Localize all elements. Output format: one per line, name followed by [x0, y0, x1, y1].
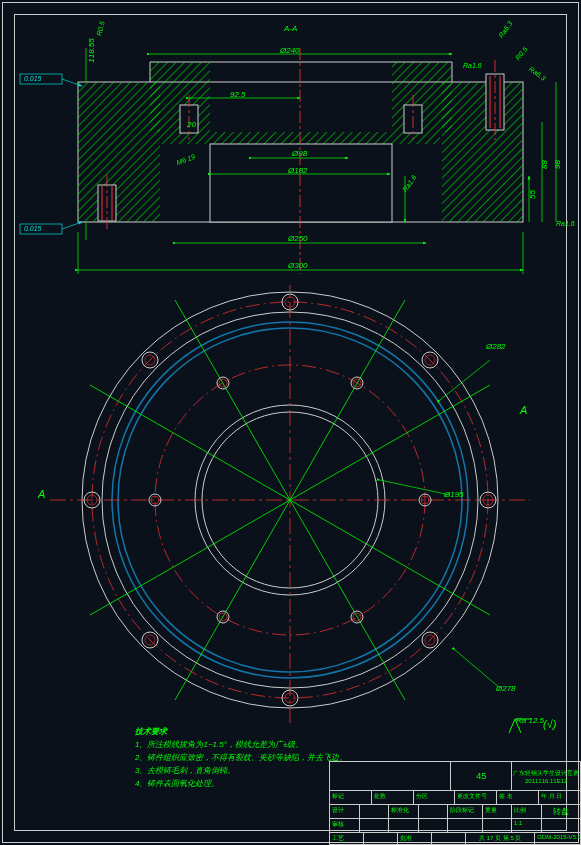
section-A-left: A [38, 488, 45, 500]
surf-default: (√) [543, 718, 556, 730]
tb-material: 45 [451, 762, 512, 790]
notes-title: 技术要求 [135, 725, 347, 738]
note-line: 4、铸件表面氧化处理。 [135, 777, 347, 790]
dim-d195: Ø195 [444, 490, 464, 499]
plan-view [0, 285, 581, 725]
ra16c: Ra1.6 [463, 62, 482, 69]
tb-project: 广东轻钢头学生设计竞赛 [513, 769, 579, 778]
dim-d240: Ø240 [280, 46, 300, 55]
dim-d182: Ø182 [288, 166, 308, 175]
dim-d278: Ø278 [496, 684, 516, 693]
gtol-2: 0.015 [24, 75, 42, 82]
note-line: 3、去模铸毛刺，直角倒钝。 [135, 764, 347, 777]
tb-sheet: 共 17 页 第 5 页 [465, 833, 534, 845]
svg-rect-6 [442, 82, 523, 222]
tb-dwgno: GDM-2015-V5.02 [534, 833, 580, 845]
dim-d98: Ø98 [292, 149, 307, 158]
svg-line-39 [62, 222, 82, 229]
dim-55: 55 [528, 190, 537, 199]
tb-projnum: 2011116.11E12 [525, 778, 567, 784]
ra16b: Ra1.6 [556, 220, 575, 227]
dim-d300: Ø300 [288, 261, 308, 270]
dim-20: 20 [187, 120, 196, 129]
gtol-1: 0.015 [24, 225, 42, 232]
dim-118-55: 118.55 [87, 38, 96, 62]
surf-val: Ra 12.5 [516, 716, 544, 725]
svg-line-85 [380, 480, 450, 495]
dim-92-5: 92.5 [230, 90, 246, 99]
dim-88: 88 [540, 160, 549, 169]
dim-d282: Ø282 [486, 342, 506, 351]
tb-dwgname: 转盘 [541, 805, 580, 818]
svg-rect-5 [78, 82, 160, 222]
dim-d250: Ø250 [288, 234, 308, 243]
svg-line-86 [455, 650, 500, 688]
dim-98: 98 [553, 160, 562, 169]
note-line: 1、所注模线拔角为1~1.5°，模线允差为广±级。 [135, 738, 347, 751]
titleblock: 45 广东轻钢头学生设计竞赛 2011116.11E12 标记 处数 分区 更改… [329, 761, 581, 845]
tech-notes: 技术要求 1、所注模线拔角为1~1.5°，模线允差为广±级。 2、铸件组织应致密… [135, 725, 347, 790]
section-A-right: A [520, 404, 527, 416]
note-line: 2、铸件组织应致密，不得有裂纹、夹砂等缺陷，并去飞边。 [135, 751, 347, 764]
